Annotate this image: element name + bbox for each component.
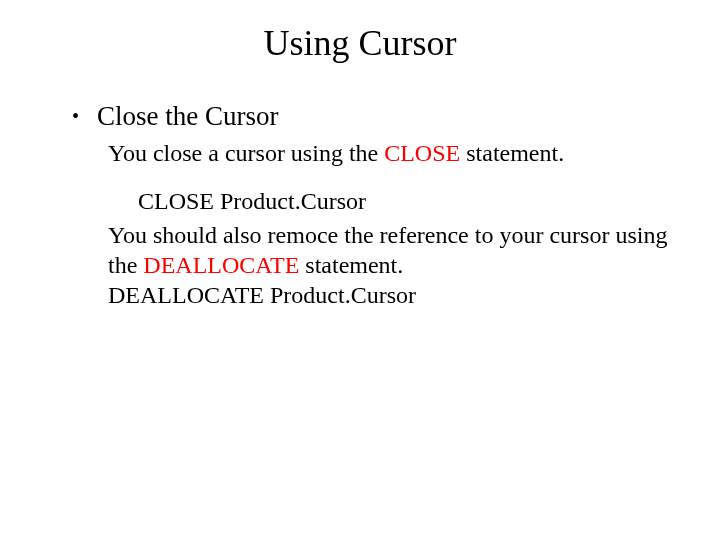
text-fragment: You close a cursor using the	[108, 140, 384, 166]
text-fragment: statement.	[299, 252, 403, 278]
bullet-text: Close the Cursor	[97, 100, 279, 132]
body-line-2: You should also remoce the reference to …	[108, 220, 670, 280]
slide: Using Cursor • Close the Cursor You clos…	[0, 0, 720, 540]
keyword-close: CLOSE	[384, 140, 460, 166]
keyword-deallocate: DEALLOCATE	[143, 252, 299, 278]
body-line-3: DEALLOCATE Product.Cursor	[108, 280, 670, 310]
slide-body: • Close the Cursor You close a cursor us…	[72, 100, 670, 310]
code-line-1: CLOSE Product.Cursor	[138, 186, 670, 216]
bullet-dot-icon: •	[72, 100, 79, 132]
text-fragment: statement.	[460, 140, 564, 166]
body-line-1: You close a cursor using the CLOSE state…	[108, 138, 670, 168]
bullet-item: • Close the Cursor	[72, 100, 670, 132]
slide-title: Using Cursor	[0, 22, 720, 64]
